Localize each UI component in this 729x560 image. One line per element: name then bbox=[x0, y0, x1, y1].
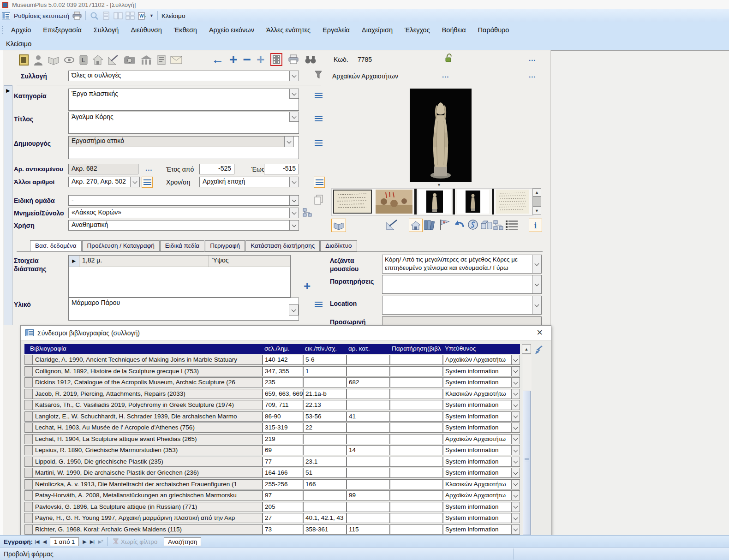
pages-cell[interactable]: 140-142 bbox=[263, 355, 303, 365]
collection-combo[interactable]: Όλες οι συλλογές bbox=[68, 71, 299, 81]
special-group-combo[interactable]: - bbox=[68, 195, 299, 206]
responsible-cell[interactable]: System information bbox=[443, 524, 511, 535]
pages-cell[interactable]: 315-319 bbox=[263, 423, 303, 433]
catalog-cell[interactable] bbox=[347, 355, 390, 365]
dialog-close-button[interactable]: × bbox=[537, 327, 543, 339]
bib-cell[interactable]: Pavlovski, G. 1896, La Sculpture attique… bbox=[33, 502, 263, 512]
bib-cell[interactable]: Dickins 1912, Catalogue of the Acropolis… bbox=[33, 377, 263, 387]
catalog-cell[interactable] bbox=[347, 434, 390, 444]
menu-item-8[interactable]: Διαχείριση bbox=[356, 25, 399, 35]
year-to-field[interactable]: -515 bbox=[264, 164, 299, 174]
figures-cell[interactable]: 51 bbox=[303, 468, 347, 478]
responsible-combo-icon[interactable] bbox=[511, 457, 520, 467]
row-selector[interactable] bbox=[24, 434, 33, 444]
responsible-cell[interactable]: System information bbox=[443, 445, 511, 455]
nav-next-icon[interactable]: ▶ bbox=[83, 539, 86, 545]
catalog-cell[interactable]: 682 bbox=[347, 377, 390, 387]
menu-item-close[interactable]: Κλείσιμο bbox=[0, 39, 37, 49]
bib-cell[interactable]: Payne, H., G. R. Young 1997, Αρχαϊκή μαρ… bbox=[33, 513, 263, 523]
goto-record-icon[interactable]: + bbox=[257, 53, 265, 66]
chevron-down-icon[interactable] bbox=[289, 89, 299, 99]
object-no-field[interactable]: Ακρ. 682 bbox=[68, 164, 138, 174]
catalog-cell[interactable] bbox=[347, 457, 390, 467]
image-collapse-icon[interactable]: ▼ bbox=[437, 183, 441, 187]
figures-cell[interactable]: 358-361 bbox=[303, 524, 347, 535]
creator-combo[interactable]: Εργαστήριο αττικό bbox=[68, 136, 299, 159]
row-selector[interactable] bbox=[24, 377, 33, 387]
owner-more-button[interactable]: ... bbox=[442, 71, 449, 79]
lightning-icon[interactable] bbox=[535, 345, 544, 354]
house-icon[interactable] bbox=[409, 219, 423, 232]
note-cell[interactable] bbox=[390, 445, 443, 455]
drawing-board-icon[interactable] bbox=[108, 54, 120, 66]
catalog-cell[interactable]: 41 bbox=[347, 411, 390, 422]
material-menu-icon[interactable] bbox=[315, 300, 323, 309]
pages-cell[interactable]: 235 bbox=[263, 377, 303, 387]
responsible-cell[interactable]: System information bbox=[443, 400, 511, 410]
object-icon[interactable] bbox=[18, 54, 29, 66]
responsible-combo-icon[interactable] bbox=[511, 468, 520, 478]
pages-cell[interactable]: 164-166 bbox=[263, 468, 303, 478]
menu-item-9[interactable]: Έλεγχος bbox=[399, 25, 436, 35]
bib-cell[interactable]: Lechat, H. 1903, Au Musée de l' Acropole… bbox=[33, 423, 263, 433]
figures-cell[interactable]: 166 bbox=[303, 479, 347, 489]
menu-item-2[interactable]: Συλλογή bbox=[88, 25, 125, 35]
bib-cell[interactable]: Collignon, M. 1892, Histoire de la Sculp… bbox=[33, 366, 263, 376]
menu-item-5[interactable]: Αρχείο εικόνων bbox=[203, 25, 260, 35]
col-responsible[interactable]: Υπεύθυνος bbox=[445, 345, 476, 352]
no-filter-button[interactable]: Χωρίς φίλτρο bbox=[121, 538, 158, 545]
person-icon[interactable] bbox=[33, 54, 43, 66]
printer-settings-button[interactable]: Ρυθμίσεις εκτυπωτή bbox=[14, 12, 69, 19]
figures-cell[interactable]: 23.1 bbox=[303, 457, 347, 467]
responsible-combo-icon[interactable] bbox=[511, 423, 520, 433]
note-cell[interactable] bbox=[390, 479, 443, 489]
caption-field[interactable]: Κόρη/ Από τις μεγαλύτερες σε μέγεθος Κόρ… bbox=[382, 255, 542, 274]
row-selector[interactable] bbox=[24, 490, 33, 500]
chevron-down-icon[interactable] bbox=[289, 112, 299, 122]
figures-cell[interactable] bbox=[303, 490, 347, 500]
menu-item-4[interactable]: Έκθεση bbox=[168, 25, 203, 35]
catalog-cell[interactable] bbox=[347, 468, 390, 478]
catalog-cell[interactable]: 14 bbox=[347, 445, 390, 455]
record-selector-strip[interactable]: ▶ bbox=[4, 85, 12, 325]
col-catalog[interactable]: αρ. κατ. bbox=[348, 345, 370, 352]
word-export-icon[interactable]: W bbox=[137, 11, 147, 20]
bib-cell[interactable]: Lechat, H. 1904, La Sculpture attique av… bbox=[33, 434, 263, 444]
list-icon[interactable] bbox=[505, 220, 519, 231]
thumb-scroll-down-icon[interactable]: ▼ bbox=[532, 207, 541, 215]
responsible-cell[interactable]: Κλασικών Αρχαιοτήτω bbox=[443, 389, 511, 399]
responsible-cell[interactable]: System information bbox=[443, 502, 511, 512]
responsible-combo-icon[interactable] bbox=[511, 434, 520, 444]
catalog-cell[interactable] bbox=[347, 502, 390, 512]
tab-0[interactable]: Βασ. δεδομένα bbox=[30, 240, 82, 251]
responsible-cell[interactable]: Αρχαϊκών Αρχαιοτήτω bbox=[443, 355, 511, 365]
chevron-down-icon[interactable] bbox=[289, 304, 299, 316]
note-cell[interactable] bbox=[390, 400, 443, 410]
note-cell[interactable] bbox=[390, 377, 443, 387]
row-selector[interactable] bbox=[24, 468, 33, 478]
responsible-combo-icon[interactable] bbox=[511, 400, 520, 410]
responsible-cell[interactable]: System information bbox=[443, 468, 511, 478]
pages-cell[interactable]: 77 bbox=[263, 457, 303, 467]
material-combo[interactable]: Μάρμαρο Πάρου bbox=[68, 298, 299, 321]
figures-cell[interactable]: 1 bbox=[303, 366, 347, 376]
remarks-field[interactable] bbox=[382, 275, 542, 294]
temporary-field[interactable] bbox=[382, 316, 542, 325]
buildings-icon[interactable] bbox=[140, 54, 153, 66]
chevron-down-icon[interactable] bbox=[289, 71, 299, 81]
house-icon[interactable] bbox=[92, 54, 103, 66]
print-icon[interactable] bbox=[72, 11, 82, 20]
table-scrollbar-thumb[interactable] bbox=[523, 391, 531, 535]
catalog-cell[interactable] bbox=[347, 479, 390, 489]
owner-more-button-2[interactable]: ... bbox=[529, 71, 536, 79]
row-selector[interactable] bbox=[24, 411, 33, 422]
back-arrow-icon[interactable]: ← bbox=[211, 53, 224, 66]
year-from-field[interactable]: -525 bbox=[199, 164, 234, 174]
menu-item-1[interactable]: Επεξεργασία bbox=[37, 25, 88, 35]
menu-item-0[interactable]: Αρχείο bbox=[5, 25, 37, 35]
main-object-image[interactable] bbox=[410, 89, 472, 182]
eye-icon[interactable] bbox=[64, 55, 75, 65]
table-scroll-up-icon[interactable]: ▲ bbox=[522, 344, 531, 354]
pages-cell[interactable]: 659, 663, 669 bbox=[263, 389, 303, 399]
envelope-icon[interactable] bbox=[170, 55, 182, 65]
